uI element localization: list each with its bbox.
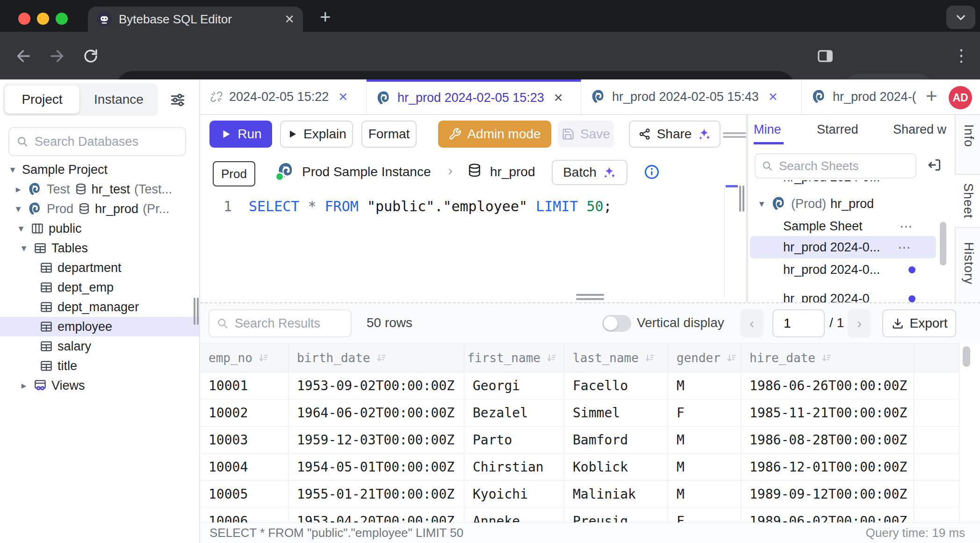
column-header[interactable]: birth_date: [288, 344, 464, 372]
item-menu-icon[interactable]: ⋯: [898, 240, 912, 255]
sort-icon[interactable]: [644, 352, 656, 364]
editor-scroll-thumb[interactable]: [726, 185, 738, 187]
sort-icon[interactable]: [376, 352, 387, 364]
collapse-panel-icon[interactable]: [927, 157, 943, 173]
batch-button[interactable]: Batch: [552, 160, 627, 185]
tree-item-project[interactable]: ▾ Sample Project: [0, 160, 199, 179]
window-minimize-button[interactable]: [37, 13, 49, 25]
next-page-button[interactable]: ›: [848, 309, 871, 337]
search-results-input[interactable]: [234, 316, 344, 331]
panel-resize-handle[interactable]: [742, 186, 744, 212]
sheets-tab-mine[interactable]: Mine: [754, 122, 781, 137]
side-tab-history[interactable]: History: [961, 242, 976, 286]
export-button[interactable]: Export: [882, 309, 956, 337]
tree-item-table-dept-manager[interactable]: dept_manager: [0, 297, 199, 317]
forward-icon[interactable]: [48, 47, 65, 65]
table-scrollbar[interactable]: [963, 346, 970, 367]
sort-icon[interactable]: [726, 352, 737, 364]
caret-down-icon[interactable]: ▾: [13, 203, 23, 214]
sidebar-resize-handle[interactable]: [194, 298, 195, 325]
sidebar-tab-project[interactable]: Project: [5, 86, 79, 114]
current-database[interactable]: hr_prod: [490, 164, 535, 179]
clipped-sheet-item[interactable]: hr_prod 2024-0...: [783, 180, 937, 187]
instance-name[interactable]: Prod Sample Instance: [302, 164, 431, 179]
sort-icon[interactable]: [821, 352, 832, 364]
tree-item-table-title[interactable]: title: [0, 356, 199, 376]
table-row[interactable]: 10004 1954-05-01T00:00:00Z Chirstian Kob…: [200, 454, 959, 481]
side-tab-sheet-active[interactable]: Sheet: [955, 174, 980, 228]
page-number-input[interactable]: [772, 309, 825, 337]
browser-menu-icon[interactable]: ⋮: [953, 46, 970, 65]
results-resize-handle[interactable]: [576, 298, 604, 300]
tree-item-schema-public[interactable]: ▾ public: [0, 219, 199, 238]
sidebar-resize-handle[interactable]: [197, 298, 199, 325]
tree-item-test-db[interactable]: ▸ Test hr_test (Test...: [0, 179, 199, 199]
prev-page-button[interactable]: ‹: [740, 309, 764, 337]
item-menu-icon[interactable]: ⋯: [900, 219, 914, 234]
tab-close-icon[interactable]: ✕: [284, 12, 295, 27]
admin-mode-button[interactable]: Admin mode: [438, 121, 551, 148]
table-row[interactable]: 10003 1959-12-03T00:00:00Z Parto Bamford…: [200, 427, 959, 454]
share-button[interactable]: Share: [629, 121, 721, 148]
column-header[interactable]: first_name: [464, 344, 564, 372]
sheet-item[interactable]: hr_prod 2024-0...: [748, 258, 956, 281]
editor-tab-1[interactable]: 2024-02-05 15:22 ✕: [200, 79, 367, 114]
tab-close-icon[interactable]: ✕: [768, 90, 778, 104]
sheet-group-node[interactable]: ▾ (Prod) hr_prod: [748, 193, 956, 215]
column-header[interactable]: last_name: [564, 344, 668, 372]
sort-icon[interactable]: [546, 352, 557, 364]
table-row[interactable]: 10005 1955-01-21T00:00:00Z Kyoichi Malin…: [200, 481, 959, 508]
sheets-tab-starred[interactable]: Starred: [817, 122, 858, 137]
editor-tab-4[interactable]: hr_prod 2024-(: [802, 79, 920, 114]
vertical-display-toggle[interactable]: [602, 315, 631, 332]
tree-item-prod-db[interactable]: ▾ Prod hr_prod (Pr...: [0, 199, 199, 219]
sheet-list-scrollbar[interactable]: [940, 222, 946, 265]
editor-tab-3[interactable]: hr_prod 2024-02-05 15:43 ✕: [581, 79, 802, 114]
format-button[interactable]: Format: [361, 121, 417, 148]
tree-item-tables[interactable]: ▾ Tables: [0, 238, 199, 258]
tab-search-button[interactable]: [946, 6, 975, 29]
caret-down-icon[interactable]: ▾: [7, 164, 18, 175]
results-resize-handle[interactable]: [576, 294, 604, 296]
search-databases-input[interactable]: [34, 134, 179, 150]
sheet-item[interactable]: Sample Sheet ⋯: [748, 215, 956, 237]
side-panel-icon[interactable]: [816, 47, 834, 65]
new-sheet-tab-button[interactable]: +: [926, 85, 937, 107]
sheets-tab-shared[interactable]: Shared w: [893, 122, 946, 137]
table-row[interactable]: 10002 1964-06-02T00:00:00Z Bezalel Simme…: [200, 400, 959, 427]
reload-icon[interactable]: [82, 48, 99, 64]
caret-right-icon[interactable]: ▸: [19, 380, 29, 391]
tree-item-table-dept-emp[interactable]: dept_emp: [0, 278, 199, 297]
tab-close-icon[interactable]: ✕: [338, 90, 348, 104]
table-row[interactable]: 10006 1953-04-20T00:00:00Z Anneke Preusi…: [200, 508, 959, 522]
tab-close-icon[interactable]: ✕: [554, 91, 563, 105]
sort-icon[interactable]: [258, 352, 269, 364]
column-header[interactable]: emp_no: [200, 344, 288, 372]
caret-down-icon[interactable]: ▾: [19, 243, 29, 254]
sql-code-line[interactable]: SELECT * FROM "public"."employee" LIMIT …: [249, 198, 612, 214]
sidebar-tab-instance[interactable]: Instance: [81, 86, 156, 114]
caret-down-icon[interactable]: ▾: [16, 223, 26, 234]
tree-item-table-salary[interactable]: salary: [0, 336, 199, 356]
toolbar-scrollbar[interactable]: [723, 136, 746, 138]
toolbar-scrollbar[interactable]: [723, 132, 746, 134]
window-close-button[interactable]: [18, 13, 30, 25]
caret-right-icon[interactable]: ▸: [13, 184, 23, 195]
caret-down-icon[interactable]: ▾: [757, 198, 767, 209]
user-avatar[interactable]: AD: [949, 86, 972, 109]
tree-item-table-employee[interactable]: employee: [0, 317, 199, 336]
panel-resize-handle[interactable]: [739, 186, 741, 212]
table-row[interactable]: 10001 1953-09-02T00:00:00Z Georgi Facell…: [200, 372, 959, 400]
column-header[interactable]: hire_date: [741, 344, 914, 372]
tree-item-views[interactable]: ▸ Views: [0, 376, 199, 395]
window-zoom-button[interactable]: [56, 13, 68, 25]
filter-sliders-icon[interactable]: [169, 92, 186, 108]
browser-tab[interactable]: Bytebase SQL Editor ✕: [88, 7, 303, 32]
editor-tab-2-active[interactable]: hr_prod 2024-02-05 15:23 ✕: [367, 79, 581, 114]
side-tab-info[interactable]: Info: [961, 124, 976, 149]
run-button[interactable]: Run: [209, 121, 272, 148]
tree-item-table-department[interactable]: department: [0, 258, 199, 278]
sheet-item-selected[interactable]: hr_prod 2024-0... ⋯: [750, 236, 936, 258]
explain-button[interactable]: Explain: [280, 121, 353, 148]
column-header[interactable]: gender: [668, 344, 741, 372]
